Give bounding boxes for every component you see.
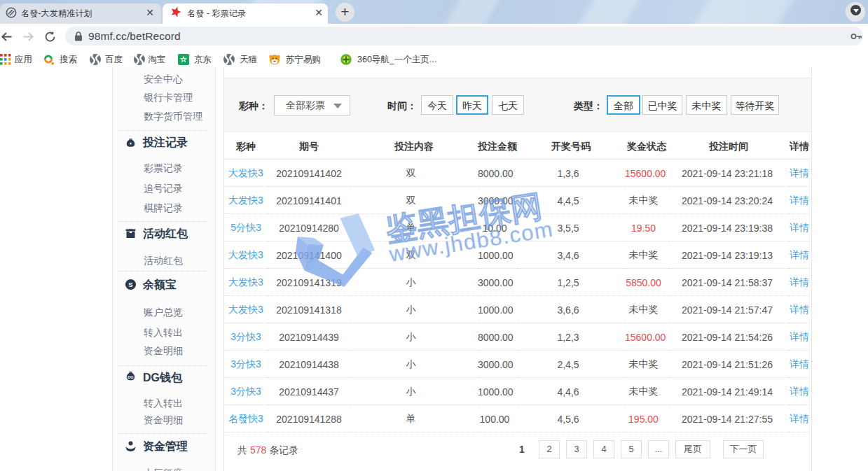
- svg-text:S: S: [128, 281, 132, 288]
- svg-text:DG: DG: [128, 375, 133, 379]
